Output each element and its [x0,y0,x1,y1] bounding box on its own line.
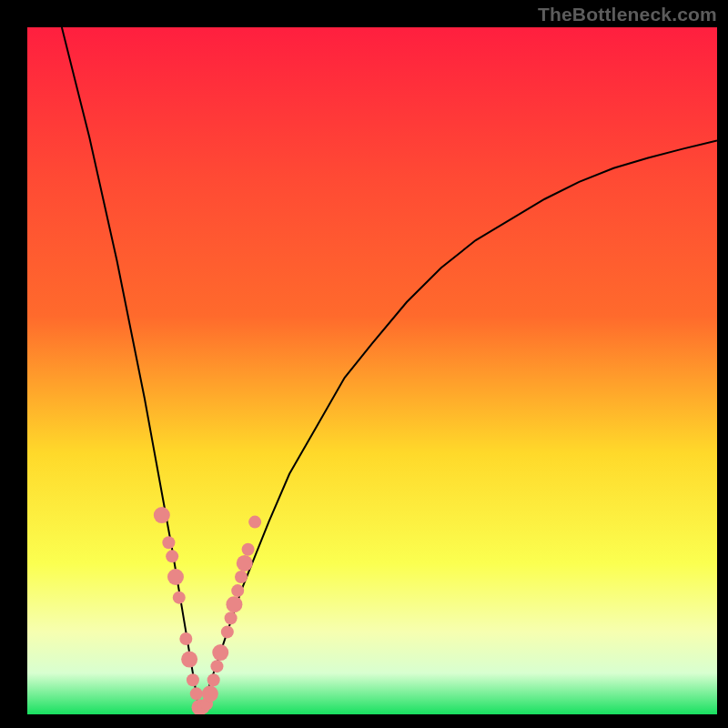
plot-area [27,27,717,714]
marker-point [231,584,244,597]
gradient-background [27,27,717,714]
marker-point [181,652,197,668]
marker-point [226,596,242,612]
marker-point [225,612,238,624]
marker-point [154,507,170,523]
marker-point [237,555,253,571]
marker-point [221,625,234,638]
marker-point [173,592,186,604]
marker-point [210,660,223,672]
marker-point [190,687,203,700]
marker-point [242,543,255,556]
watermark-text: TheBottleneck.com [538,4,717,25]
marker-point [207,673,220,686]
marker-point [187,673,199,686]
marker-point [166,550,178,562]
chart-frame: TheBottleneck.com [0,0,728,728]
marker-point [212,644,228,661]
marker-point [235,571,248,583]
marker-point [248,516,261,529]
marker-point [202,685,218,702]
marker-point [179,632,192,645]
plot-svg [27,27,717,714]
marker-point [167,569,184,585]
marker-point [162,536,175,549]
